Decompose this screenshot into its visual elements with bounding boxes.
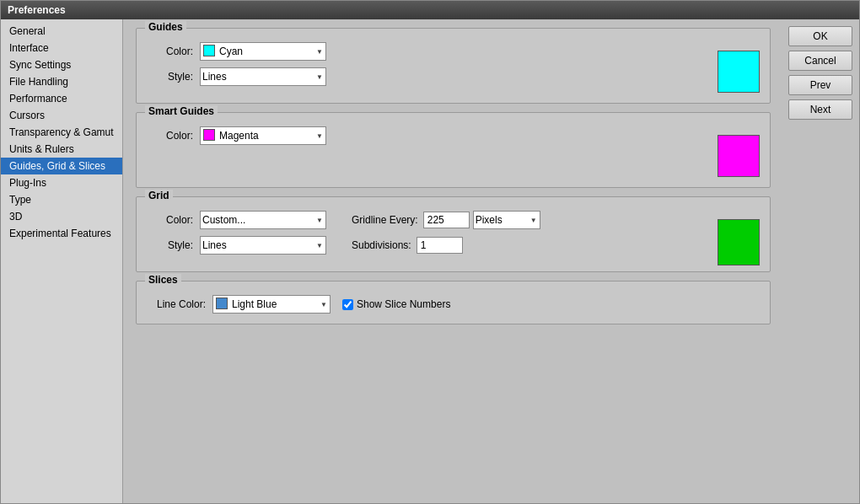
smart-guides-rows: Color: Magenta xyxy=(147,126,760,145)
smart-guides-color-label: Color: xyxy=(147,130,193,142)
subdivisions-input[interactable] xyxy=(417,237,463,254)
grid-color-wrapper: Custom... xyxy=(200,211,326,229)
subdivisions-label: Subdivisions: xyxy=(352,239,411,251)
slices-line-color-wrapper: Light Blue xyxy=(212,295,331,314)
sidebar: General Interface Sync Settings File Han… xyxy=(1,19,123,503)
guides-preview xyxy=(718,51,760,93)
show-slice-numbers-label[interactable]: Show Slice Numbers xyxy=(342,298,450,310)
smart-guides-color-wrapper: Magenta xyxy=(200,126,326,145)
slices-section: Slices Line Color: Light Blue Show Slice… xyxy=(136,281,771,324)
guides-color-row: Color: Cyan xyxy=(147,42,709,61)
grid-style-wrapper: Lines xyxy=(200,236,326,255)
slices-row: Line Color: Light Blue Show Slice Number… xyxy=(147,295,760,314)
smart-guides-inner: Color: Magenta xyxy=(147,126,760,177)
sidebar-item-cursors[interactable]: Cursors xyxy=(1,107,122,124)
prev-button[interactable]: Prev xyxy=(788,75,852,95)
sidebar-item-general[interactable]: General xyxy=(1,23,122,40)
grid-title: Grid xyxy=(145,190,173,201)
buttons-panel: OK Cancel Prev Next xyxy=(783,19,859,503)
guides-style-select[interactable]: Lines xyxy=(200,67,326,86)
sidebar-item-plug-ins[interactable]: Plug-Ins xyxy=(1,174,122,191)
sidebar-item-interface[interactable]: Interface xyxy=(1,40,122,56)
guides-style-row: Style: Lines xyxy=(147,67,709,86)
sidebar-item-units-rulers[interactable]: Units & Rulers xyxy=(1,141,122,158)
dialog-body: General Interface Sync Settings File Han… xyxy=(1,19,859,503)
cancel-button[interactable]: Cancel xyxy=(788,51,852,71)
gridline-label: Gridline Every: xyxy=(352,214,418,226)
smart-guides-color-select[interactable]: Magenta xyxy=(200,126,326,145)
guides-rows: Color: Cyan Style: xyxy=(147,42,760,86)
preferences-dialog: Preferences General Interface Sync Setti… xyxy=(0,0,860,504)
title-bar: Preferences xyxy=(1,1,859,19)
gridline-unit-select[interactable]: Pixels xyxy=(473,211,540,229)
smart-guides-color-row: Color: Magenta xyxy=(147,126,709,145)
smart-guides-title: Smart Guides xyxy=(145,105,218,117)
smart-guides-section: Smart Guides Color: Magenta xyxy=(136,112,771,188)
guides-title: Guides xyxy=(145,21,186,33)
guides-style-label: Style: xyxy=(147,71,193,83)
grid-style-select[interactable]: Lines xyxy=(200,236,326,255)
sidebar-item-transparency-gamut[interactable]: Transparency & Gamut xyxy=(1,124,122,141)
slices-line-color-label: Line Color: xyxy=(147,298,206,310)
guides-section: Guides Color: Cyan xyxy=(136,28,771,104)
sidebar-item-type[interactable]: Type xyxy=(1,191,122,208)
main-content: Guides Color: Cyan xyxy=(123,19,783,503)
sidebar-item-sync-settings[interactable]: Sync Settings xyxy=(1,56,122,73)
guides-color-wrapper: Cyan xyxy=(200,42,326,61)
sidebar-item-3d[interactable]: 3D xyxy=(1,208,122,225)
guides-style-wrapper: Lines xyxy=(200,67,326,86)
sidebar-item-performance[interactable]: Performance xyxy=(1,90,122,107)
next-button[interactable]: Next xyxy=(788,99,852,120)
gridline-value-input[interactable] xyxy=(423,212,470,228)
guides-color-select[interactable]: Cyan xyxy=(200,42,326,61)
slices-title: Slices xyxy=(145,274,181,286)
grid-color-label: Color: xyxy=(147,214,193,226)
show-slice-numbers-text: Show Slice Numbers xyxy=(357,298,450,310)
grid-inner: Color: Custom... Gridline Every: Pixels xyxy=(147,211,760,261)
guides-inner: Color: Cyan Style: xyxy=(147,42,760,93)
sidebar-item-experimental-features[interactable]: Experimental Features xyxy=(1,225,122,242)
gridline-unit-wrapper: Pixels xyxy=(473,211,540,229)
grid-color-select[interactable]: Custom... xyxy=(200,211,326,229)
grid-rows: Color: Custom... Gridline Every: Pixels xyxy=(147,211,760,255)
grid-color-row: Color: Custom... Gridline Every: Pixels xyxy=(147,211,709,229)
slices-line-color-select[interactable]: Light Blue xyxy=(212,295,331,314)
sidebar-item-guides-grid-slices[interactable]: Guides, Grid & Slices xyxy=(1,158,122,174)
grid-style-label: Style: xyxy=(147,239,193,251)
show-slice-numbers-checkbox[interactable] xyxy=(342,299,353,310)
grid-section: Grid Color: Custom... Gridline Every: xyxy=(136,196,771,272)
ok-button[interactable]: OK xyxy=(788,26,852,46)
sidebar-item-file-handling[interactable]: File Handling xyxy=(1,73,122,90)
smart-guides-preview xyxy=(718,135,760,177)
grid-preview xyxy=(718,219,760,265)
dialog-title: Preferences xyxy=(8,4,66,16)
grid-style-row: Style: Lines Subdivisions: xyxy=(147,236,709,255)
guides-color-label: Color: xyxy=(147,46,193,57)
